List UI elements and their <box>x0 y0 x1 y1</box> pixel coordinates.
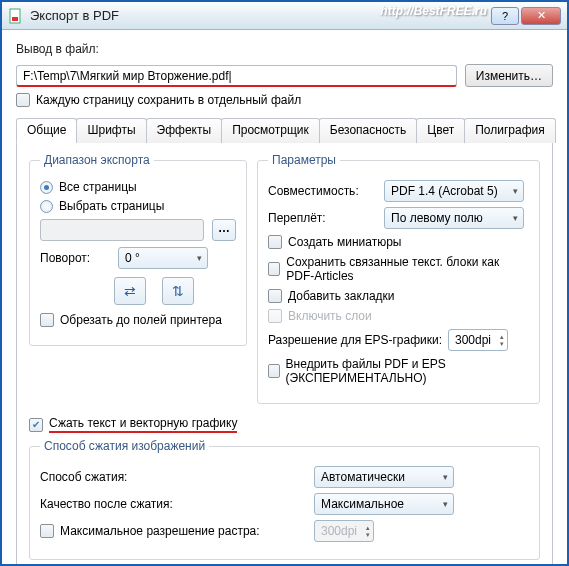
help-button[interactable]: ? <box>491 7 519 25</box>
radio-all-pages[interactable] <box>40 181 53 194</box>
quality-select[interactable]: Максимальное <box>314 493 454 515</box>
compress-fieldset: Способ сжатия изображений Способ сжатия:… <box>29 439 540 560</box>
binding-label: Переплёт: <box>268 211 384 225</box>
rotate-horizontal-button[interactable]: ⇄ <box>114 277 146 305</box>
params-fieldset: Параметры Совместимость:PDF 1.4 (Acrobat… <box>257 153 540 404</box>
output-path-input[interactable]: F:\Temp\7\Мягкий мир Вторжение.pdf| <box>16 65 457 87</box>
max-res-spinner: 300dpi <box>314 520 374 542</box>
rotate-vertical-button[interactable]: ⇅ <box>162 277 194 305</box>
params-legend: Параметры <box>268 153 340 167</box>
max-res-label: Максимальное разрешение растра: <box>60 524 314 538</box>
general-panel: Диапазон экспорта Все страницы Выбрать с… <box>16 143 553 566</box>
crop-checkbox[interactable] <box>40 313 54 327</box>
thumbnails-checkbox[interactable] <box>268 235 282 249</box>
close-button[interactable]: ✕ <box>521 7 561 25</box>
range-fieldset: Диапазон экспорта Все страницы Выбрать с… <box>29 153 247 346</box>
crop-label: Обрезать до полей принтера <box>60 313 222 327</box>
compress-vector-label: Сжать текст и векторную графику <box>49 416 237 433</box>
embed-label: Внедрить файлы PDF и EPS (ЭКСПЕРИМЕНТАЛЬ… <box>286 357 529 385</box>
page-per-file-checkbox[interactable] <box>16 93 30 107</box>
tab-printing[interactable]: Полиграфия <box>464 118 556 143</box>
pages-browse-button[interactable]: … <box>212 219 236 241</box>
compress-legend: Способ сжатия изображений <box>40 439 209 453</box>
rotation-label: Поворот: <box>40 251 110 265</box>
pages-input <box>40 219 204 241</box>
method-select[interactable]: Автоматически <box>314 466 454 488</box>
tab-security[interactable]: Безопасность <box>319 118 418 143</box>
radio-all-label: Все страницы <box>59 180 137 194</box>
compress-vector-checkbox[interactable] <box>29 418 43 432</box>
watermark: http://BestFREE.ru <box>380 4 487 18</box>
pdf-articles-checkbox[interactable] <box>268 262 280 276</box>
tab-general[interactable]: Общие <box>16 118 77 143</box>
app-icon <box>8 8 24 24</box>
svg-rect-1 <box>12 17 18 21</box>
tab-color[interactable]: Цвет <box>416 118 465 143</box>
quality-label: Качество после сжатия: <box>40 497 314 511</box>
pdf-articles-label: Сохранить связанные текст. блоки как PDF… <box>286 255 529 283</box>
layers-label: Включить слои <box>288 309 372 323</box>
titlebar: Экспорт в PDF http://BestFREE.ru ? ✕ <box>2 2 567 30</box>
change-button[interactable]: Изменить… <box>465 64 553 87</box>
bookmarks-checkbox[interactable] <box>268 289 282 303</box>
radio-select-pages[interactable] <box>40 200 53 213</box>
tab-viewer[interactable]: Просмотрщик <box>221 118 320 143</box>
tab-fonts[interactable]: Шрифты <box>76 118 146 143</box>
eps-res-label: Разрешение для EPS-графики: <box>268 333 448 347</box>
max-res-checkbox[interactable] <box>40 524 54 538</box>
thumbnails-label: Создать миниатюры <box>288 235 401 249</box>
bookmarks-label: Добавить закладки <box>288 289 395 303</box>
rotation-select[interactable]: 0 ° <box>118 247 208 269</box>
range-legend: Диапазон экспорта <box>40 153 154 167</box>
radio-select-label: Выбрать страницы <box>59 199 164 213</box>
compat-label: Совместимость: <box>268 184 384 198</box>
tab-effects[interactable]: Эффекты <box>146 118 223 143</box>
output-label: Вывод в файл: <box>16 42 553 56</box>
eps-res-spinner[interactable]: 300dpi <box>448 329 508 351</box>
tabs: Общие Шрифты Эффекты Просмотрщик Безопас… <box>16 117 553 143</box>
binding-select[interactable]: По левому полю <box>384 207 524 229</box>
page-per-file-label: Каждую страницу сохранить в отдельный фа… <box>36 93 301 107</box>
embed-checkbox[interactable] <box>268 364 280 378</box>
compat-select[interactable]: PDF 1.4 (Acrobat 5) <box>384 180 524 202</box>
layers-checkbox <box>268 309 282 323</box>
method-label: Способ сжатия: <box>40 470 314 484</box>
